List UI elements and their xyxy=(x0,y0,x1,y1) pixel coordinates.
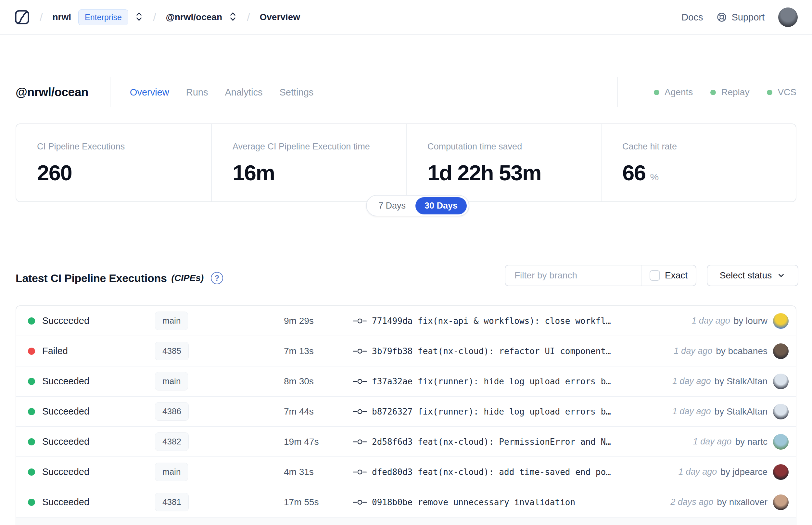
workspace-header: @nrwl/ocean Overview Runs Analytics Sett… xyxy=(16,74,796,110)
status-dot-icon xyxy=(28,317,35,325)
git-commit-icon xyxy=(353,498,367,507)
workspace-selector chevron-up-down-icon[interactable] xyxy=(222,11,237,23)
branch-badge[interactable]: 4386 xyxy=(155,402,189,421)
support-link[interactable]: Support xyxy=(717,12,765,23)
avatar[interactable] xyxy=(773,494,788,510)
status-dot-icon xyxy=(28,468,35,476)
cipe-table: Succeeded main 9m 29s 771499da fix(nx-ap… xyxy=(16,305,796,525)
status-label: Succeeded xyxy=(42,436,89,447)
question-circle-icon[interactable]: ? xyxy=(211,272,223,284)
time-ago-label: 1 day ago xyxy=(674,346,713,356)
commit-message[interactable]: 771499da fix(nx-api & workflows): close … xyxy=(372,316,611,326)
tab-runs[interactable]: Runs xyxy=(186,87,208,98)
stat-suffix: % xyxy=(650,171,659,183)
user-avatar[interactable] xyxy=(778,7,798,27)
toggle-7-days[interactable]: 7 Days xyxy=(369,201,415,211)
tab-overview[interactable]: Overview xyxy=(130,87,169,98)
branch-badge[interactable]: main xyxy=(155,372,188,390)
service-agents[interactable]: Agents xyxy=(654,87,693,97)
duration-label: 8m 30s xyxy=(284,376,314,387)
time-ago-label: 1 day ago xyxy=(672,376,711,386)
commit-message[interactable]: f37a32ae fix(runner): hide log upload er… xyxy=(372,376,611,386)
org-selector chevron-up-down-icon[interactable] xyxy=(128,11,143,23)
nx-cloud-logo-icon[interactable] xyxy=(14,10,30,25)
avatar[interactable] xyxy=(773,464,788,480)
breadcrumb-org[interactable]: nrwl xyxy=(52,12,71,22)
stat-value: 66 xyxy=(622,160,646,185)
git-commit-icon xyxy=(353,317,367,325)
table-row[interactable]: Succeeded 4381 17m 55s 0918b0be remove u… xyxy=(16,487,796,518)
author-label: by nartc xyxy=(735,437,767,447)
table-row[interactable]: Succeeded 4382 19m 47s 2d58f6d3 feat(nx-… xyxy=(16,427,796,457)
exact-label: Exact xyxy=(665,270,688,281)
author-label: by StalkAltan xyxy=(715,406,767,417)
time-ago-label: 1 day ago xyxy=(693,437,732,447)
branch-badge[interactable]: main xyxy=(155,312,188,330)
commit-message[interactable]: dfed80d3 feat(nx-cloud): add time-saved … xyxy=(372,467,611,477)
breadcrumb-page: Overview xyxy=(260,12,300,22)
exact-checkbox[interactable] xyxy=(649,270,660,281)
tab-analytics[interactable]: Analytics xyxy=(225,87,262,98)
service-replay[interactable]: Replay xyxy=(710,87,749,97)
duration-label: 4m 31s xyxy=(284,467,314,477)
commit-message[interactable]: b8726327 fix(runner): hide log upload er… xyxy=(372,407,611,417)
branch-badge[interactable]: 4385 xyxy=(155,342,189,360)
branch-filter-group: Exact xyxy=(505,265,696,286)
status-select-dropdown[interactable]: Select status xyxy=(707,265,798,286)
enterprise-badge: Enterprise xyxy=(78,10,128,25)
stat-value: 16m xyxy=(232,160,275,185)
status-dot-icon xyxy=(28,348,35,355)
page-title: @nrwl/ocean xyxy=(16,86,88,99)
cipe-table-body: Succeeded main 9m 29s 771499da fix(nx-ap… xyxy=(16,306,796,518)
branch-badge[interactable]: main xyxy=(155,463,188,481)
avatar[interactable] xyxy=(773,313,788,329)
navbar: / nrwl Enterprise / @nrwl/ocean / Overvi… xyxy=(0,0,812,35)
table-row[interactable]: Succeeded main 8m 30s f37a32ae fix(runne… xyxy=(16,366,796,397)
table-row[interactable]: Succeeded 4386 7m 44s b8726327 fix(runne… xyxy=(16,397,796,427)
commit-message[interactable]: 0918b0be remove unnecessary invalidation xyxy=(372,497,575,507)
divider xyxy=(110,77,110,107)
avatar[interactable] xyxy=(773,404,788,419)
status-label: Succeeded xyxy=(42,315,89,326)
commit-message[interactable]: 2d58f6d3 feat(nx-cloud): PermissionError… xyxy=(372,437,611,447)
workspace-tabs: Overview Runs Analytics Settings xyxy=(130,87,313,98)
breadcrumb-separator: / xyxy=(247,11,250,24)
author-label: by bcabanes xyxy=(716,346,767,356)
life-ring-icon xyxy=(717,12,727,22)
time-ago-label: 1 day ago xyxy=(678,467,717,477)
status-label: Failed xyxy=(42,346,68,356)
status-dot-icon xyxy=(28,499,35,506)
duration-label: 17m 55s xyxy=(284,497,319,508)
toggle-30-days[interactable]: 30 Days xyxy=(415,197,467,214)
page: / nrwl Enterprise / @nrwl/ocean / Overvi… xyxy=(0,0,812,525)
commit-message[interactable]: 3b79fb38 feat(nx-cloud): refactor UI com… xyxy=(372,346,611,356)
status-dot-icon xyxy=(28,408,35,415)
avatar[interactable] xyxy=(773,434,788,450)
branch-filter-input[interactable] xyxy=(505,266,641,286)
table-row[interactable]: Succeeded main 9m 29s 771499da fix(nx-ap… xyxy=(16,306,796,336)
time-ago-label: 2 days ago xyxy=(670,497,713,507)
git-commit-icon xyxy=(353,347,367,356)
stat-average-execution-time: Average CI Pipeline Execution time 16m xyxy=(211,124,406,201)
docs-link[interactable]: Docs xyxy=(681,12,703,23)
time-ago-label: 1 day ago xyxy=(691,316,730,326)
avatar[interactable] xyxy=(773,374,788,389)
breadcrumb-separator: / xyxy=(153,11,156,24)
service-vcs[interactable]: VCS xyxy=(767,87,796,97)
table-row[interactable]: Succeeded main 4m 31s dfed80d3 feat(nx-c… xyxy=(16,457,796,487)
date-range-toggle: 7 Days 30 Days xyxy=(366,195,469,216)
branch-badge[interactable]: 4381 xyxy=(155,493,189,511)
duration-label: 7m 44s xyxy=(284,406,314,417)
duration-label: 19m 47s xyxy=(284,437,319,447)
service-status-group: Agents Replay VCS xyxy=(617,77,796,107)
cipe-section-header: Latest CI Pipeline Executions (CIPEs) ? xyxy=(16,266,223,290)
avatar[interactable] xyxy=(773,343,788,359)
breadcrumb-workspace[interactable]: @nrwl/ocean xyxy=(166,12,222,22)
table-row[interactable]: Failed 4385 7m 13s 3b79fb38 feat(nx-clou… xyxy=(16,336,796,366)
status-label: Succeeded xyxy=(42,406,89,417)
status-dot-icon xyxy=(710,90,716,95)
tab-settings[interactable]: Settings xyxy=(279,87,313,98)
status-dot-icon xyxy=(28,378,35,385)
branch-badge[interactable]: 4382 xyxy=(155,432,189,451)
status-dot-icon xyxy=(654,90,659,95)
